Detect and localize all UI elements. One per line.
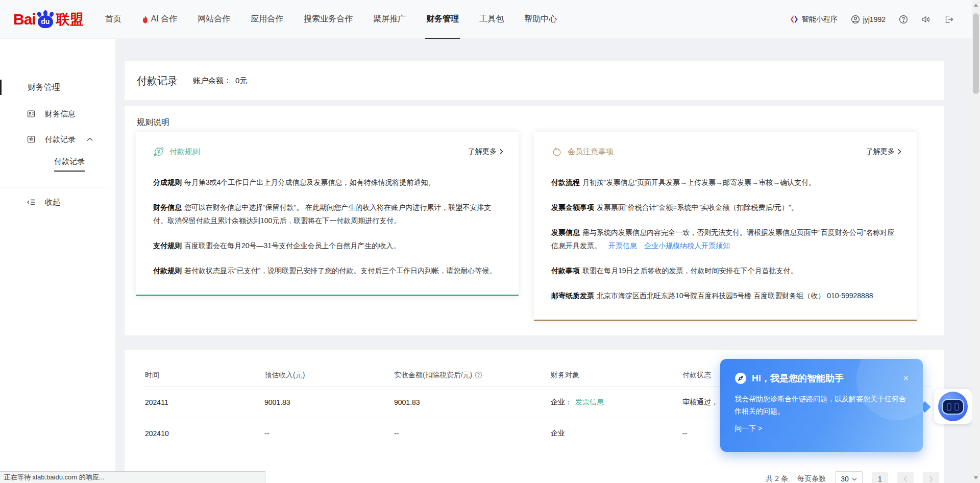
rule-item: 支付规则百度联盟会在每月20号—31号支付企业会员上个自然月产生的收入。 bbox=[153, 239, 501, 252]
next-page-button[interactable] bbox=[923, 472, 939, 483]
baidu-union-logo[interactable]: Bai du 联盟 bbox=[13, 10, 84, 29]
rule-item: 分成规则每月第3或4个工作日产出上月分成信息及发票信息，如有特殊情况将提前通知。 bbox=[153, 176, 501, 189]
user-account[interactable]: jyj1992 bbox=[851, 15, 886, 24]
balance-value: 0元 bbox=[235, 76, 247, 85]
collapse-icon bbox=[27, 198, 36, 207]
close-icon[interactable]: × bbox=[903, 374, 909, 383]
page-header-section: 付款记录 账户余额：0元 bbox=[125, 61, 944, 100]
help-button[interactable] bbox=[899, 15, 908, 24]
payment-rules-more-link[interactable]: 了解更多 bbox=[468, 147, 503, 156]
prev-page-button[interactable] bbox=[897, 472, 914, 483]
invoice-detail-link[interactable]: 发票信息 bbox=[575, 398, 604, 406]
sidebar-item-finance-info[interactable]: 财务信息 bbox=[0, 106, 115, 122]
cell-estimated: -- bbox=[264, 429, 394, 438]
nav-item-home[interactable]: 首页 bbox=[95, 0, 132, 39]
card-title: 会员注意事项 bbox=[568, 147, 614, 157]
logo-text-du: du bbox=[41, 17, 50, 26]
member-notes-more-link[interactable]: 了解更多 bbox=[866, 147, 901, 156]
browser-status-bar: 正在等待 xlab.baidu.com 的响应... bbox=[0, 471, 265, 483]
badge-star-icon bbox=[27, 135, 36, 144]
rules-section-title: 规则说明 bbox=[137, 117, 169, 128]
cell-actual: 9001.83 bbox=[394, 398, 551, 406]
user-icon bbox=[851, 15, 860, 24]
col-estimated-income: 预估收入(元) bbox=[264, 371, 394, 380]
nav-item-finance[interactable]: 财务管理 bbox=[416, 0, 469, 39]
small-taxpayer-notice-link[interactable]: 企业小规模纳税人开票须知 bbox=[644, 242, 730, 250]
miniprogram-icon bbox=[790, 15, 799, 24]
chevron-right-icon bbox=[499, 149, 503, 155]
chevron-right-icon bbox=[897, 149, 901, 155]
navbar-right: 智能小程序 jyj1992 bbox=[790, 15, 953, 24]
payment-rules-card: 付款规则 了解更多 分成规则每月第3或4个工作日产出上月分成信息及发票信息，如有… bbox=[136, 132, 519, 296]
cell-finance-target: 企业 bbox=[551, 429, 682, 438]
col-actual-amount: 实收金额(扣除税费后/元) bbox=[394, 371, 551, 380]
main-nav: 首页 AI 合作 网站合作 应用合作 搜索业务合作 聚屏推广 财务管理 工具包 … bbox=[95, 0, 568, 39]
cell-time: 202410 bbox=[145, 429, 264, 438]
invoice-info-link[interactable]: 开票信息 bbox=[608, 242, 637, 250]
sidebar-collapse-button[interactable]: 收起 bbox=[0, 195, 115, 210]
assistant-title: Hi，我是您的智能助手 bbox=[752, 372, 844, 384]
balance-label: 账户余额： bbox=[193, 76, 231, 85]
vertical-scrollbar[interactable] bbox=[972, 0, 980, 483]
logout-button[interactable] bbox=[944, 15, 953, 24]
nav-item-website[interactable]: 网站合作 bbox=[187, 0, 240, 39]
rule-item: 付款规则若付款状态显示“已支付”，说明联盟已安排了您的付款。支付后三个工作日内到… bbox=[153, 264, 501, 277]
rule-item: 邮寄纸质发票北京市海淀区西北旺东路10号院百度科技园5号楼 百度联盟财务组（收）… bbox=[551, 289, 899, 302]
total-count: 共 2 条 bbox=[766, 474, 788, 483]
cell-time: 202411 bbox=[145, 398, 264, 406]
assistant-popup: Hi，我是您的智能助手 × 我会帮助您诊断合作链路问题，以及解答您关于任何合作相… bbox=[720, 359, 923, 452]
cell-finance-target: 企业：发票信息 bbox=[551, 398, 682, 407]
logo-text-bai: Bai bbox=[13, 11, 36, 28]
pagination: 共 2 条 每页条数 30 1 bbox=[766, 471, 939, 483]
sound-button[interactable] bbox=[921, 15, 931, 24]
rule-item: 付款流程月初按“发票信息”页面开具发票→上传发票→邮寄发票→审核→确认支付。 bbox=[551, 176, 899, 189]
nav-item-toolkit[interactable]: 工具包 bbox=[469, 0, 514, 39]
question-circle-icon[interactable] bbox=[475, 371, 482, 379]
cell-estimated: 9001.83 bbox=[264, 398, 394, 406]
rules-section: 规则说明 付款规则 了解更多 分成规则每月第3或4个工作日产出上月分成信息及发票… bbox=[125, 106, 944, 335]
flame-icon bbox=[142, 15, 149, 23]
page-number-button[interactable]: 1 bbox=[872, 472, 888, 483]
per-page-label: 每页条数 bbox=[797, 474, 826, 483]
assistant-message: 我会帮助您诊断合作链路问题，以及解答您关于任何合作相关的问题。 bbox=[734, 393, 909, 417]
nav-item-search-biz[interactable]: 搜索业务合作 bbox=[293, 0, 363, 39]
rule-item: 发票信息需与系统内发票信息内容完全一致，否则无法支付。请根据发票信息页面中“百度… bbox=[551, 226, 899, 252]
help-icon bbox=[899, 15, 908, 24]
scrollbar-thumb[interactable] bbox=[973, 13, 979, 94]
col-finance-target: 财务对象 bbox=[551, 371, 682, 380]
rule-item: 付款事项联盟在每月19日之后签收的发票，付款时间安排在下个月首批支付。 bbox=[551, 264, 899, 277]
sidebar-item-payment-record[interactable]: 付款记录 bbox=[0, 132, 115, 147]
rule-item: 财务信息您可以在财务信息中选择“保留付款”。 在此期间您产生的收入将在账户内进行… bbox=[153, 201, 501, 227]
sidebar-subitem-payment-record[interactable]: 付款记录 bbox=[0, 156, 115, 172]
sidebar-divider bbox=[0, 187, 109, 187]
sidebar-title: 财务管理 bbox=[0, 80, 115, 95]
per-page-select[interactable]: 30 bbox=[835, 471, 863, 483]
card-title: 付款规则 bbox=[169, 147, 200, 157]
nav-item-ai[interactable]: AI 合作 bbox=[132, 0, 188, 39]
id-card-icon bbox=[27, 109, 36, 118]
nav-item-app[interactable]: 应用合作 bbox=[240, 0, 293, 39]
bell-icon bbox=[551, 146, 562, 157]
nav-item-help-center[interactable]: 帮助中心 bbox=[514, 0, 567, 39]
robot-icon bbox=[938, 392, 968, 421]
scroll-down-arrow-icon[interactable] bbox=[974, 476, 978, 479]
cell-actual: -- bbox=[394, 429, 551, 438]
compass-icon bbox=[734, 372, 747, 384]
chevron-up-icon[interactable] bbox=[87, 137, 93, 141]
scroll-up-arrow-icon[interactable] bbox=[974, 4, 978, 7]
assistant-avatar-button[interactable] bbox=[934, 389, 972, 424]
page-title: 付款记录 bbox=[137, 74, 178, 88]
account-balance: 账户余额：0元 bbox=[193, 76, 247, 86]
col-time: 时间 bbox=[145, 371, 264, 380]
nav-item-screen-promo[interactable]: 聚屏推广 bbox=[363, 0, 416, 39]
miniprogram-entry[interactable]: 智能小程序 bbox=[790, 15, 838, 24]
chevron-down-icon bbox=[852, 477, 857, 481]
speaker-icon bbox=[921, 15, 931, 24]
ask-now-link[interactable]: 问一下 > bbox=[734, 424, 762, 433]
rule-item: 发票金额事项发票票面“价税合计”金额=系统中“实收金额（扣除税费后/元）”。 bbox=[551, 201, 899, 214]
baidu-paw-icon: du bbox=[36, 10, 55, 29]
member-notes-card: 会员注意事项 了解更多 付款流程月初按“发票信息”页面开具发票→上传发票→邮寄发… bbox=[534, 132, 917, 321]
sidebar: 财务管理 财务信息 付款记录 付款记录 收起 bbox=[0, 39, 115, 483]
coin-icon bbox=[153, 146, 164, 157]
logo-text-union: 联盟 bbox=[56, 10, 84, 29]
